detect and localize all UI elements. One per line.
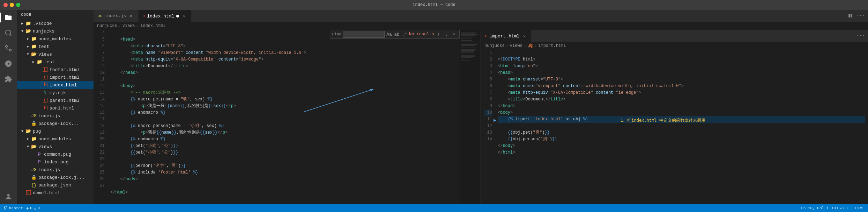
find-input[interactable] xyxy=(343,31,385,38)
error-count: 0 xyxy=(30,206,32,210)
sidebar-item-label: son1.html xyxy=(50,106,74,111)
breadcrumb-nunjucks: nunjucks xyxy=(97,23,117,28)
sidebar-item-index-js2[interactable]: JS index.js xyxy=(17,166,94,174)
split-editor-button[interactable] xyxy=(846,11,855,20)
sidebar: CODE ▶ 📁 .vscode ▼ 📂 nunjucks ▶ 📁 node_m… xyxy=(17,10,94,204)
right-line-numbers: 12345 6789 10 11121314 xyxy=(481,50,495,204)
breadcrumb-views: views xyxy=(123,23,135,28)
sidebar-item-label: my.njk xyxy=(50,90,66,96)
close-button[interactable] xyxy=(3,3,8,7)
sidebar-item-index-pug[interactable]: P index.pug xyxy=(17,158,94,166)
branch-name: master xyxy=(9,206,23,210)
sidebar-item-common-pug[interactable]: P common.pug xyxy=(17,150,94,158)
warning-icon: ⚠ xyxy=(34,206,36,211)
sidebar-item-label: views xyxy=(38,144,52,149)
account-icon[interactable] xyxy=(3,192,13,202)
tab-actions: ··· xyxy=(843,10,868,22)
sidebar-item-my-njk[interactable]: N my.njk xyxy=(17,89,94,97)
file-html-icon: 🄷 xyxy=(42,74,48,80)
prev-match-button[interactable]: ↑ xyxy=(436,31,442,37)
window-controls[interactable] xyxy=(3,3,20,7)
file-json-icon: {} xyxy=(31,182,37,188)
sidebar-item-node-modules-1[interactable]: ▶ 📁 node_modules xyxy=(17,35,94,43)
sidebar-item-label: package.json xyxy=(38,183,71,188)
cursor-position-status[interactable]: Ln 10, Col 1 xyxy=(801,206,829,210)
regex-button[interactable]: .* xyxy=(401,31,408,37)
code-content[interactable]: <head> <meta charset="UTF-8"> <meta name… xyxy=(107,30,481,204)
minimize-button[interactable] xyxy=(10,3,14,7)
chevron-down-icon: ▼ xyxy=(20,29,25,33)
sidebar-item-package-lock-1[interactable]: 🔒 package-lock... xyxy=(17,120,94,127)
chevron-right-icon: ▶ xyxy=(20,21,25,26)
sidebar-item-parent-html[interactable]: 🄷 parent.html xyxy=(17,97,94,104)
close-find-button[interactable]: ✕ xyxy=(451,31,457,37)
next-match-button[interactable]: ↓ xyxy=(443,31,450,37)
right-tab-import-html[interactable]: H import.html ✕ xyxy=(481,30,531,42)
file-pug-icon: P xyxy=(36,151,43,157)
file-html-icon: 🄷 xyxy=(42,105,48,111)
sidebar-item-label: parent.html xyxy=(50,98,80,103)
right-code-editor[interactable]: 12345 6789 10 11121314 <!DOCTYPE html> <… xyxy=(481,50,868,204)
sidebar-item-index-html[interactable]: 🄷 index.html xyxy=(17,81,94,89)
sidebar-item-test2[interactable]: ▶ 📁 test xyxy=(17,58,94,66)
whole-word-button[interactable]: ab xyxy=(394,31,400,37)
right-tab-close[interactable]: ✕ xyxy=(521,33,527,39)
minimap-lines xyxy=(460,30,481,61)
sidebar-item-package-json2[interactable]: {} package.json xyxy=(17,181,94,189)
sidebar-item-son1-html[interactable]: 🄷 son1.html xyxy=(17,104,94,112)
sidebar-item-index-js[interactable]: JS index.js xyxy=(17,112,94,120)
file-js-icon: JS xyxy=(31,113,37,119)
sidebar-item-import-html[interactable]: 🄷 import.html xyxy=(17,73,94,81)
right-tab-label: import.html xyxy=(490,34,520,39)
folder-open-icon: 📂 xyxy=(31,143,37,150)
sidebar-item-vscode[interactable]: ▶ 📁 .vscode xyxy=(17,20,94,27)
breadcrumb-sep: › xyxy=(506,43,509,48)
left-code-editor[interactable]: 456789 101112131415 161718192021 2223242… xyxy=(94,30,481,204)
sidebar-item-footer-html[interactable]: 🄷 footer.html xyxy=(17,66,94,73)
chevron-right-icon: ▶ xyxy=(31,60,36,64)
search-icon[interactable] xyxy=(3,28,13,38)
sidebar-item-node-modules-2[interactable]: ▶ 📁 node_modules xyxy=(17,135,94,143)
file-tree: ▶ 📁 .vscode ▼ 📂 nunjucks ▶ 📁 node_module… xyxy=(17,20,94,204)
minimap xyxy=(460,30,481,204)
tab-index-html[interactable]: H index.html ✕ xyxy=(139,10,192,22)
status-bar: master ⊗ 0 ⚠ 0 Ln 10, Col 1 UTF-8 LF HTM… xyxy=(0,204,868,212)
activity-bar xyxy=(0,10,17,204)
breadcrumb-views: views xyxy=(510,43,522,48)
more-actions-button[interactable]: ··· xyxy=(856,11,865,20)
title-bar: index.html — code xyxy=(0,0,868,10)
sidebar-item-nunjucks[interactable]: ▼ 📂 nunjucks xyxy=(17,27,94,35)
maximize-button[interactable] xyxy=(16,3,20,7)
explorer-icon[interactable] xyxy=(3,13,13,22)
file-pug-icon: P xyxy=(36,159,43,165)
breadcrumb-icon: 🍂 xyxy=(528,43,533,49)
file-html-icon: 🄷 xyxy=(42,97,48,104)
sidebar-item-pug[interactable]: ▼ 📂 pug xyxy=(17,127,94,135)
tab-close-index-js[interactable]: ✕ xyxy=(128,13,134,19)
match-case-button[interactable]: Aa xyxy=(386,31,392,37)
debug-icon[interactable] xyxy=(3,59,13,69)
language-status[interactable]: HTML xyxy=(855,206,865,210)
tab-label: index.html xyxy=(147,14,174,19)
sidebar-item-demo1-html[interactable]: 🄷 demo1.html xyxy=(17,189,94,197)
folder-open-icon: 📂 xyxy=(25,28,31,34)
sidebar-item-views2[interactable]: ▼ 📂 views xyxy=(17,143,94,150)
encoding-status[interactable]: UTF-8 xyxy=(832,206,844,210)
modified-indicator xyxy=(176,15,179,17)
tab-close-index-html[interactable]: ✕ xyxy=(181,13,187,19)
folder-icon: 📁 xyxy=(31,136,37,142)
line-ending-status[interactable]: LF xyxy=(847,206,852,210)
sidebar-item-package-lock-2[interactable]: 🔒 package-lock.j... xyxy=(17,174,94,181)
pane-more-button[interactable]: ··· xyxy=(856,31,865,40)
chevron-right-icon: ▶ xyxy=(25,37,31,41)
right-code-content[interactable]: <!DOCTYPE html> <html lang="en"> <head> … xyxy=(495,50,868,204)
extensions-icon[interactable] xyxy=(3,74,13,84)
sidebar-item-views[interactable]: ▼ 📂 views xyxy=(17,50,94,58)
chevron-down-icon: ▼ xyxy=(25,145,31,149)
source-control-icon[interactable] xyxy=(3,43,13,53)
errors-status[interactable]: ⊗ 0 ⚠ 0 xyxy=(27,206,40,211)
git-branch-status[interactable]: master xyxy=(3,206,23,210)
sidebar-item-test[interactable]: ▶ 📁 test xyxy=(17,43,94,50)
tab-index-js[interactable]: JS index.js ✕ xyxy=(94,10,139,22)
folder-icon: 📁 xyxy=(36,59,43,65)
